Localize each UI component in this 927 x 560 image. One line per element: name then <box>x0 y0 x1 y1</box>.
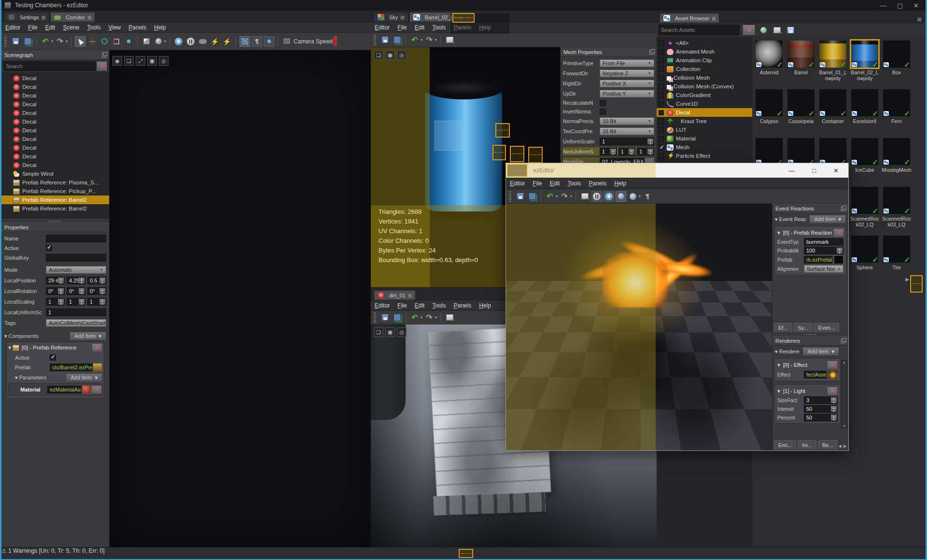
percentage-field[interactable]: 50 <box>804 414 838 421</box>
asset-item[interactable]: Box <box>881 40 913 88</box>
float-panel-icon[interactable] <box>841 207 845 211</box>
menu-item[interactable]: Editor <box>375 24 390 31</box>
scenegraph-search-input[interactable] <box>3 61 96 71</box>
component-active-checkbox[interactable] <box>50 354 56 361</box>
render-mode-button[interactable] <box>239 36 250 47</box>
toolbar-grip[interactable] <box>374 312 376 323</box>
menu-item[interactable]: Edit <box>45 24 56 31</box>
menu-item[interactable]: Help <box>479 302 491 309</box>
scenegraph-item[interactable]: Prefab Reference: Barrel2 <box>1 196 109 204</box>
asset-type-checkbox[interactable] <box>659 75 664 81</box>
invertnormals-checkbox[interactable] <box>600 109 606 115</box>
grid-toggle-button[interactable] <box>264 36 274 47</box>
rotate-tool-button[interactable] <box>99 36 110 47</box>
uniform-scaling-field[interactable]: 1 <box>46 308 106 316</box>
intensity-field[interactable]: 50 <box>804 405 838 413</box>
add-event-reaction-button[interactable]: Add Item <box>809 215 846 224</box>
nonuniform-y-field[interactable]: 1 <box>618 148 636 155</box>
prefab-asset-field[interactable]: cts/Barrel2.ezPrefab <box>50 364 93 371</box>
asset-type-item[interactable]: Collision Mesh (Convex) <box>657 82 752 91</box>
tab-close-icon[interactable] <box>87 14 91 20</box>
undo-button[interactable]: ↶ <box>545 191 555 202</box>
maximize-button[interactable]: ▢ <box>897 2 903 9</box>
asset-item[interactable]: ScannedRock02_LQ <box>849 186 881 235</box>
tab-close-icon[interactable] <box>712 15 716 21</box>
reimport-assets-button[interactable] <box>758 25 769 35</box>
tab-close-icon[interactable] <box>408 293 412 298</box>
menu-item[interactable]: Editor <box>5 24 20 31</box>
tab-scroll-left-icon[interactable]: ◀ <box>838 444 842 448</box>
add-component-button[interactable]: Add Item <box>70 332 106 340</box>
asset-browser-tab[interactable]: Asset Browser <box>660 13 719 23</box>
simulate-button[interactable]: ⚡ <box>210 36 220 47</box>
menu-item[interactable]: File <box>397 24 407 31</box>
scene-red-barrel[interactable] <box>110 236 138 281</box>
menu-item[interactable]: Edit <box>415 24 425 31</box>
menu-item[interactable]: Editor <box>510 180 525 187</box>
layers-button[interactable] <box>281 36 292 47</box>
warnings-button[interactable]: ⚠ 1 Warnings <box>1 547 39 554</box>
asset-type-checkbox[interactable] <box>659 58 664 63</box>
document-tab[interactable]: Sky <box>374 12 408 22</box>
document-tab[interactable]: Settings <box>4 12 49 22</box>
add-parameter-button[interactable]: Add Item <box>66 373 102 382</box>
scenegraph-item[interactable]: Decal <box>1 135 109 143</box>
panel-close-icon[interactable]: ⊠ <box>917 16 922 23</box>
clear-search-button[interactable] <box>97 61 107 71</box>
nonuniform-x-field[interactable]: 1 <box>600 148 617 155</box>
probability-field[interactable]: 100 <box>804 247 843 254</box>
save-button[interactable] <box>379 35 390 45</box>
clear-search-button[interactable] <box>743 25 755 35</box>
redo-button[interactable]: ↷ <box>424 35 435 45</box>
document-tab[interactable]: Corridor <box>50 12 95 22</box>
thumbnail-icon[interactable]: ◎ <box>397 50 407 60</box>
close-button[interactable]: ✕ <box>913 2 919 9</box>
menu-item[interactable]: Scene <box>63 24 79 31</box>
dock-tab[interactable]: Ini... <box>798 440 816 449</box>
dock-tab[interactable]: Be... <box>818 440 838 449</box>
menu-item[interactable]: Panels <box>453 302 471 309</box>
menu-item[interactable]: File <box>28 24 37 31</box>
thumbnail-icon[interactable]: ◎ <box>397 327 407 337</box>
restart-effect-button[interactable] <box>604 191 614 202</box>
asset-type-item[interactable]: LUT <box>657 126 752 134</box>
menu-item[interactable]: Tools <box>87 24 100 31</box>
position-z-field[interactable]: 0.5 <box>87 277 106 284</box>
prefab-thumbnail[interactable] <box>834 255 843 264</box>
asset-type-item[interactable]: Collision Mesh <box>657 73 752 82</box>
scenegraph-item[interactable]: Prefab Reference: Barrel2 <box>1 204 109 213</box>
menu-item[interactable]: View <box>108 24 121 31</box>
name-field[interactable] <box>46 235 106 242</box>
nonuniform-z-field[interactable]: 1 <box>637 148 654 155</box>
menu-item[interactable]: Panels <box>128 24 146 31</box>
capture-icon[interactable]: ◎ <box>159 56 169 66</box>
rotation-x-field[interactable]: 0° <box>46 287 65 295</box>
dock-tab[interactable]: Ef... <box>774 323 792 332</box>
layers-icon[interactable]: ❏ <box>124 56 134 66</box>
asset-type-item[interactable]: <All> <box>657 39 752 47</box>
asset-type-checkbox[interactable] <box>659 154 664 159</box>
snap-indicator-icon[interactable] <box>123 36 134 47</box>
scenegraph-item[interactable]: Decal <box>1 109 109 117</box>
screenshot-icon[interactable]: ▣ <box>147 56 157 66</box>
save-all-button[interactable] <box>527 191 537 202</box>
reaction-prefab-field[interactable]: rk.ezPrefab <box>804 256 832 264</box>
prefab-asset-thumbnail[interactable] <box>93 363 102 372</box>
sphere-button[interactable] <box>153 36 164 47</box>
parameters-label[interactable]: Parameters <box>15 375 46 381</box>
asset-item[interactable]: Calypso <box>753 88 785 137</box>
asset-item[interactable]: ScannedRock03_LQ <box>881 186 913 235</box>
save-all-button[interactable] <box>392 312 402 323</box>
remove-reaction-button[interactable] <box>833 228 844 237</box>
rightdir-dropdown[interactable]: Positive X <box>600 80 654 87</box>
translate-tool-button[interactable] <box>87 36 98 47</box>
pause-button[interactable] <box>185 36 196 47</box>
scale-tool-button[interactable] <box>111 36 122 47</box>
asset-type-item[interactable]: Decal <box>657 108 752 117</box>
remove-parameter-button[interactable] <box>91 385 102 394</box>
menu-item[interactable]: File <box>397 302 407 309</box>
scaling-z-field[interactable]: 1 <box>87 298 106 306</box>
asset-type-item[interactable]: Animation Clip <box>657 56 752 65</box>
remove-component-button[interactable] <box>92 343 102 352</box>
menu-item[interactable]: Tools <box>567 180 581 187</box>
